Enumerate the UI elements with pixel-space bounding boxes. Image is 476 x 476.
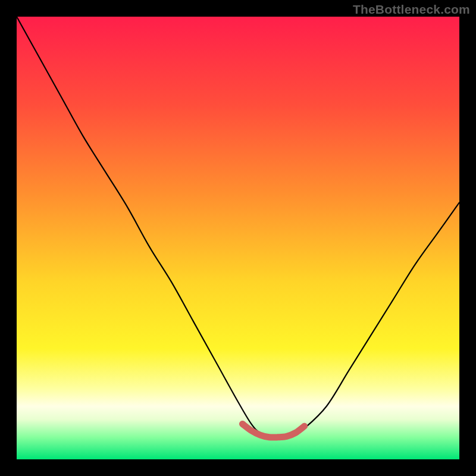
curve-layer <box>17 17 459 459</box>
attribution-text: TheBottleneck.com <box>353 2 470 17</box>
bottleneck-curve <box>17 17 459 438</box>
chart-frame: TheBottleneck.com <box>0 0 476 476</box>
bottom-segment <box>242 424 304 437</box>
plot-area <box>17 17 459 459</box>
